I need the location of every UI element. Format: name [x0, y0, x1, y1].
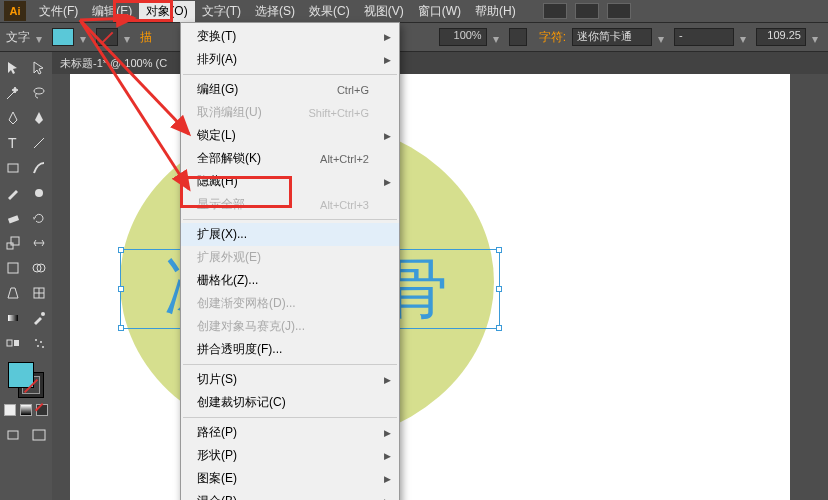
artboard[interactable]: 冰霜刺骨: [70, 74, 790, 500]
eraser-tool[interactable]: [0, 206, 26, 230]
document-tab[interactable]: 未标题-1* @ 100% (C: [60, 56, 167, 71]
selection-tool[interactable]: [0, 56, 26, 80]
rectangle-tool[interactable]: [0, 156, 26, 180]
menu-arrange[interactable]: 排列(A): [181, 48, 399, 71]
zoom-field[interactable]: 100%: [439, 28, 487, 46]
app-logo-text: Ai: [10, 5, 21, 17]
menu-edit[interactable]: 编辑(E): [85, 1, 139, 22]
rotate-tool[interactable]: [26, 206, 52, 230]
font-field[interactable]: 迷你简卡通: [572, 28, 652, 46]
paintbrush-tool[interactable]: [26, 156, 52, 180]
change-screen-mode[interactable]: [26, 423, 52, 447]
stroke-dropdown-icon[interactable]: ▾: [124, 32, 134, 42]
menu-separator: [183, 364, 397, 365]
menu-separator: [183, 417, 397, 418]
handle-lm[interactable]: [118, 286, 124, 292]
menu-hide[interactable]: 隐藏(H): [181, 170, 399, 193]
color-mode-gradient[interactable]: [20, 404, 32, 416]
svg-rect-6: [7, 243, 13, 249]
chevron-down-icon[interactable]: ▾: [36, 32, 46, 42]
menu-object[interactable]: 对象(O): [139, 1, 194, 22]
magic-wand-tool[interactable]: [0, 81, 26, 105]
perspective-tool[interactable]: [0, 281, 26, 305]
menu-effect[interactable]: 效果(C): [302, 1, 357, 22]
object-menu-dropdown: 变换(T) 排列(A) 编组(G)Ctrl+G 取消编组(U)Shift+Ctr…: [180, 22, 400, 500]
menu-ungroup: 取消编组(U)Shift+Ctrl+G: [181, 101, 399, 124]
free-transform-tool[interactable]: [0, 256, 26, 280]
menu-crop-marks[interactable]: 创建裁切标记(C): [181, 391, 399, 414]
width-tool[interactable]: [26, 231, 52, 255]
menu-blend[interactable]: 混合(B): [181, 490, 399, 500]
scale-tool[interactable]: [0, 231, 26, 255]
stroke-swatch[interactable]: [96, 28, 118, 46]
font-dropdown-icon[interactable]: ▾: [658, 32, 668, 42]
menu-pattern[interactable]: 图案(E): [181, 467, 399, 490]
fill-swatch[interactable]: [52, 28, 74, 46]
direct-selection-tool[interactable]: [26, 56, 52, 80]
menu-window[interactable]: 窗口(W): [411, 1, 468, 22]
svg-point-4: [35, 189, 43, 197]
handle-tr[interactable]: [496, 247, 502, 253]
menu-expand[interactable]: 扩展(X)...: [181, 223, 399, 246]
menu-shape[interactable]: 形状(P): [181, 444, 399, 467]
tool-panel: T: [0, 52, 52, 500]
fill-stroke-indicator[interactable]: [8, 362, 44, 398]
menu-gradient-mesh: 创建渐变网格(D)...: [181, 292, 399, 315]
handle-rm[interactable]: [496, 286, 502, 292]
pen-tool[interactable]: [0, 106, 26, 130]
stroke-label: 描: [140, 29, 152, 46]
object-type-label: 文字: [6, 29, 30, 46]
rotation-field[interactable]: 109.25: [756, 28, 806, 46]
handle-tl[interactable]: [118, 247, 124, 253]
menu-object-mosaic: 创建对象马赛克(J)...: [181, 315, 399, 338]
line-tool[interactable]: [26, 131, 52, 155]
blend-tool[interactable]: [0, 331, 26, 355]
fill-dropdown-icon[interactable]: ▾: [80, 32, 90, 42]
layout-btn-3[interactable]: [607, 3, 631, 19]
lasso-tool[interactable]: [26, 81, 52, 105]
zoom-dropdown-icon[interactable]: ▾: [493, 32, 503, 42]
handle-br[interactable]: [496, 325, 502, 331]
menu-file[interactable]: 文件(F): [32, 1, 85, 22]
menu-rasterize[interactable]: 栅格化(Z)...: [181, 269, 399, 292]
svg-point-20: [37, 345, 39, 347]
color-mode-none[interactable]: [36, 404, 48, 416]
symbol-sprayer-tool[interactable]: [26, 331, 52, 355]
menu-type[interactable]: 文字(T): [195, 1, 248, 22]
rot-dropdown-icon[interactable]: ▾: [812, 32, 822, 42]
style-dropdown-icon[interactable]: ▾: [740, 32, 750, 42]
blob-brush-tool[interactable]: [26, 181, 52, 205]
workspace: 未标题-1* @ 100% (C T 冰霜: [0, 52, 828, 500]
menu-transform[interactable]: 变换(T): [181, 25, 399, 48]
layout-btn-1[interactable]: [543, 3, 567, 19]
mesh-tool[interactable]: [26, 281, 52, 305]
screen-mode-tool[interactable]: [0, 423, 26, 447]
menu-lock[interactable]: 锁定(L): [181, 124, 399, 147]
shape-builder-tool[interactable]: [26, 256, 52, 280]
document-tab-bar: 未标题-1* @ 100% (C: [0, 52, 828, 74]
svg-point-0: [34, 88, 44, 94]
color-mode-solid[interactable]: [4, 404, 16, 416]
layout-btn-2[interactable]: [575, 3, 599, 19]
menu-group[interactable]: 编组(G)Ctrl+G: [181, 78, 399, 101]
menu-view[interactable]: 视图(V): [357, 1, 411, 22]
character-label: 字符:: [539, 29, 566, 46]
svg-rect-14: [8, 315, 18, 321]
menu-slice[interactable]: 切片(S): [181, 368, 399, 391]
font-style-field[interactable]: -: [674, 28, 734, 46]
curvature-tool[interactable]: [26, 106, 52, 130]
menu-path[interactable]: 路径(P): [181, 421, 399, 444]
type-tool[interactable]: T: [0, 131, 26, 155]
menu-unlock-all[interactable]: 全部解锁(K)Alt+Ctrl+2: [181, 147, 399, 170]
app-logo: Ai: [4, 1, 26, 21]
eyedropper-tool[interactable]: [26, 306, 52, 330]
svg-rect-23: [33, 430, 45, 440]
search-icon[interactable]: [509, 28, 527, 46]
menu-select[interactable]: 选择(S): [248, 1, 302, 22]
menu-flatten-transparency[interactable]: 拼合透明度(F)...: [181, 338, 399, 361]
menu-help[interactable]: 帮助(H): [468, 1, 523, 22]
gradient-tool[interactable]: [0, 306, 26, 330]
svg-rect-22: [8, 431, 18, 439]
handle-bl[interactable]: [118, 325, 124, 331]
pencil-tool[interactable]: [0, 181, 26, 205]
